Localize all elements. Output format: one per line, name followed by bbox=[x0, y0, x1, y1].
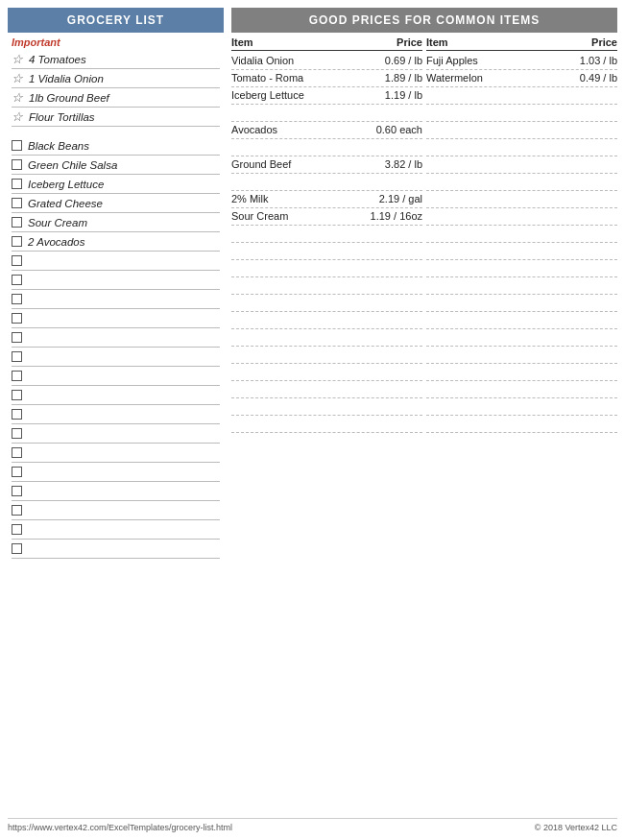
price-value bbox=[370, 262, 422, 275]
price-item: Iceberg Lettuce bbox=[231, 89, 370, 102]
price-row bbox=[231, 174, 422, 191]
checkbox-item bbox=[12, 424, 220, 444]
checkbox[interactable] bbox=[12, 159, 22, 170]
checkbox[interactable] bbox=[12, 294, 22, 304]
price-value: 0.60 each bbox=[370, 124, 422, 136]
price-row bbox=[426, 398, 617, 416]
price-item bbox=[231, 348, 370, 361]
price-item: Avocados bbox=[231, 124, 370, 136]
price-row bbox=[231, 416, 422, 433]
price-item bbox=[426, 418, 565, 430]
price-item bbox=[426, 245, 565, 257]
checkbox[interactable] bbox=[12, 275, 22, 285]
price-item bbox=[426, 124, 565, 136]
price-value bbox=[370, 107, 422, 119]
checkbox[interactable] bbox=[12, 332, 22, 343]
price-item: Watermelon bbox=[426, 72, 565, 84]
checkbox[interactable] bbox=[12, 371, 22, 381]
price-item: Fuji Apples bbox=[426, 55, 565, 67]
checkbox[interactable] bbox=[12, 447, 22, 458]
star-icon: ☆ bbox=[12, 109, 23, 124]
checkbox[interactable] bbox=[12, 486, 22, 496]
checkbox-item bbox=[12, 290, 220, 309]
price-row: Sour Cream1.19 / 16oz bbox=[231, 208, 422, 226]
checkbox[interactable] bbox=[12, 313, 22, 324]
checkbox-item-text: Green Chile Salsa bbox=[28, 159, 220, 171]
checkbox-item bbox=[12, 540, 220, 559]
col2-price-label: Price bbox=[591, 36, 617, 48]
checkbox-item: Grated Cheese bbox=[12, 194, 220, 213]
price-row: Fuji Apples1.03 / lb bbox=[426, 53, 617, 70]
price-item bbox=[231, 141, 370, 154]
footer-right: © 2018 Vertex42 LLC bbox=[535, 823, 617, 832]
star-item-text: 1lb Ground Beef bbox=[29, 92, 109, 104]
price-value bbox=[565, 262, 617, 275]
checkbox[interactable] bbox=[12, 236, 22, 247]
checkbox[interactable] bbox=[12, 428, 22, 439]
price-item bbox=[231, 314, 370, 326]
checkbox[interactable] bbox=[12, 390, 22, 400]
price-item: Ground Beef bbox=[231, 158, 370, 171]
star-icon: ☆ bbox=[12, 71, 23, 85]
checkbox-item bbox=[12, 252, 220, 271]
checkbox[interactable] bbox=[12, 505, 22, 516]
price-item bbox=[231, 297, 370, 309]
price-row: Tomato - Roma1.89 / lb bbox=[231, 70, 422, 87]
price-row bbox=[426, 105, 617, 122]
checkbox-item: Sour Cream bbox=[12, 213, 220, 232]
price-row bbox=[231, 347, 422, 364]
price-item bbox=[426, 348, 565, 361]
checkbox-item: Green Chile Salsa bbox=[12, 156, 220, 175]
price-value bbox=[370, 366, 422, 378]
price-row bbox=[426, 416, 617, 433]
price-value bbox=[370, 228, 422, 240]
price-item bbox=[231, 418, 370, 430]
checkbox[interactable] bbox=[12, 217, 22, 228]
price-item bbox=[231, 107, 370, 119]
price-item bbox=[426, 400, 565, 413]
price-item bbox=[231, 245, 370, 257]
price-row bbox=[231, 398, 422, 416]
star-item-text: 4 Tomatoes bbox=[29, 54, 86, 65]
price-row bbox=[426, 139, 617, 156]
checkbox[interactable] bbox=[12, 140, 22, 151]
price-row: Ground Beef3.82 / lb bbox=[231, 156, 422, 174]
checkbox-item: 2 Avocados bbox=[12, 232, 220, 252]
checkbox[interactable] bbox=[12, 543, 22, 554]
price-item bbox=[231, 279, 370, 292]
price-column-1: Item Price Vidalia Onion0.69 / lbTomato … bbox=[231, 36, 422, 812]
col1-item-label: Item bbox=[231, 36, 253, 48]
prices-layout: Item Price Vidalia Onion0.69 / lbTomato … bbox=[231, 36, 617, 812]
price-value: 1.03 / lb bbox=[565, 55, 617, 67]
checkbox[interactable] bbox=[12, 467, 22, 477]
price-col-2-header: Item Price bbox=[426, 36, 617, 51]
price-value bbox=[565, 279, 617, 292]
checkbox-item bbox=[12, 348, 220, 367]
price-row bbox=[426, 312, 617, 329]
price-value bbox=[370, 245, 422, 257]
price-item bbox=[426, 262, 565, 275]
checkbox[interactable] bbox=[12, 409, 22, 420]
price-item bbox=[426, 383, 565, 396]
price-value bbox=[565, 418, 617, 430]
price-value bbox=[565, 141, 617, 154]
price-value bbox=[370, 418, 422, 430]
price-item bbox=[231, 383, 370, 396]
checkbox-item bbox=[12, 463, 220, 482]
price-value bbox=[565, 158, 617, 171]
price-item bbox=[231, 331, 370, 344]
checkbox[interactable] bbox=[12, 198, 22, 208]
price-item: 2% Milk bbox=[231, 193, 370, 205]
price-row bbox=[426, 381, 617, 398]
price-row bbox=[426, 122, 617, 139]
col2-item-label: Item bbox=[426, 36, 448, 48]
page: GROCERY LIST Important ☆4 Tomatoes☆1 Vid… bbox=[0, 0, 625, 840]
price-column-2: Item Price Fuji Apples1.03 / lbWatermelo… bbox=[426, 36, 617, 812]
checkbox[interactable] bbox=[12, 524, 22, 535]
price-item bbox=[426, 314, 565, 326]
checkbox-item: Iceberg Lettuce bbox=[12, 175, 220, 194]
checkbox[interactable] bbox=[12, 179, 22, 189]
star-icon: ☆ bbox=[12, 52, 23, 66]
checkbox[interactable] bbox=[12, 255, 22, 266]
checkbox[interactable] bbox=[12, 351, 22, 362]
